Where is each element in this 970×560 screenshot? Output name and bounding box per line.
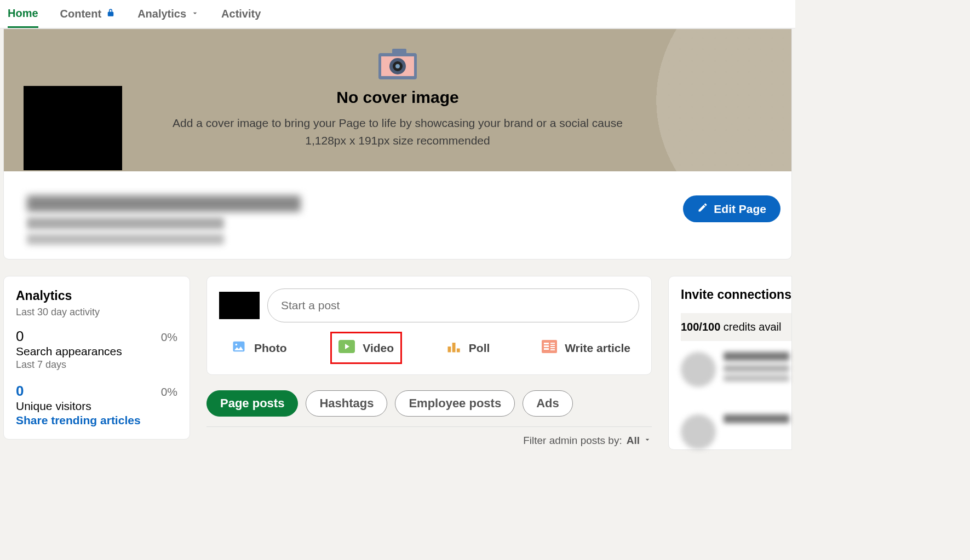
org-meta <box>27 234 224 245</box>
analytics-title: Analytics <box>16 288 177 303</box>
avatar <box>681 414 716 449</box>
edit-page-button[interactable]: Edit Page <box>683 195 780 222</box>
pencil-icon <box>697 202 708 216</box>
tab-home[interactable]: Home <box>8 0 38 28</box>
tab-analytics-label: Analytics <box>137 8 186 20</box>
poll-button[interactable]: Poll <box>441 336 495 360</box>
svg-rect-13 <box>544 343 549 344</box>
connection-item[interactable] <box>681 387 791 449</box>
connection-item[interactable] <box>681 341 791 387</box>
lock-icon <box>106 8 116 20</box>
poll-icon <box>446 339 461 357</box>
cover-desc: Add a cover image to bring your Page to … <box>173 117 623 130</box>
svg-rect-14 <box>544 345 549 347</box>
credits-text: credits avail <box>720 321 781 333</box>
filter-value: All <box>627 435 640 447</box>
cover-decoration <box>578 29 791 171</box>
org-name <box>27 195 301 212</box>
write-article-label: Write article <box>565 342 630 355</box>
compose-avatar <box>219 292 260 319</box>
pill-hashtags[interactable]: Hashtags <box>306 390 387 417</box>
video-button[interactable]: Video <box>334 336 398 360</box>
svg-rect-19 <box>550 349 555 350</box>
search-appearances-value: 0 <box>16 328 24 345</box>
poll-label: Poll <box>469 342 490 355</box>
chevron-down-icon <box>191 8 199 20</box>
svg-rect-18 <box>550 347 555 348</box>
photo-label: Photo <box>254 342 286 355</box>
cover-title: No cover image <box>336 88 458 107</box>
unique-visitors-label: Unique visitors <box>16 400 177 413</box>
start-post-input[interactable]: Start a post <box>267 288 639 322</box>
org-tagline <box>27 217 224 229</box>
filter-label: Filter admin posts by: <box>523 435 622 447</box>
video-label: Video <box>363 342 394 355</box>
camera-icon <box>376 49 420 82</box>
invite-card: Invite connections 100/100 credits avail <box>668 276 792 450</box>
share-trending-link[interactable]: Share trending articles <box>16 414 177 427</box>
svg-rect-11 <box>457 349 460 353</box>
edit-page-label: Edit Page <box>714 203 766 216</box>
svg-rect-15 <box>544 348 549 350</box>
unique-visitors-value[interactable]: 0 <box>16 383 24 400</box>
analytics-subtitle: Last 30 day activity <box>16 307 177 318</box>
svg-rect-2 <box>392 49 406 54</box>
chevron-down-icon <box>643 435 652 447</box>
search-appearances-label: Search appearances <box>16 345 177 358</box>
page-avatar[interactable] <box>24 86 122 170</box>
photo-button[interactable]: Photo <box>227 336 291 360</box>
analytics-card: Analytics Last 30 day activity 0 0% Sear… <box>3 276 190 440</box>
write-article-button[interactable]: Write article <box>537 336 635 360</box>
cover-size: 1,128px x 191px size recommended <box>305 134 490 147</box>
credits-count: 100/100 <box>681 321 720 333</box>
invite-title: Invite connections <box>681 287 791 302</box>
svg-point-7 <box>236 344 238 346</box>
avatar <box>681 352 716 387</box>
svg-rect-17 <box>550 345 555 346</box>
search-appearances-sub: Last 7 days <box>16 359 177 371</box>
tab-activity[interactable]: Activity <box>221 0 261 28</box>
tab-content-label: Content <box>60 8 102 20</box>
svg-rect-9 <box>447 347 451 353</box>
photo-icon <box>231 339 246 357</box>
feed-filter-pills: Page posts Hashtags Employee posts Ads <box>206 390 652 417</box>
tab-analytics[interactable]: Analytics <box>137 0 199 28</box>
page-header-card: No cover image Add a cover image to brin… <box>3 28 792 259</box>
pill-ads[interactable]: Ads <box>523 390 573 417</box>
top-tabs: Home Content Analytics Activity <box>0 0 795 28</box>
search-appearances-pct: 0% <box>161 331 177 344</box>
tab-content[interactable]: Content <box>60 0 116 28</box>
unique-visitors-pct: 0% <box>161 385 177 399</box>
svg-rect-10 <box>452 343 456 353</box>
filter-dropdown[interactable]: All <box>627 435 652 447</box>
video-icon <box>338 340 355 356</box>
svg-rect-16 <box>550 343 555 344</box>
article-icon <box>542 340 557 356</box>
pill-page-posts[interactable]: Page posts <box>206 390 298 417</box>
org-info <box>27 195 301 245</box>
compose-card: Start a post Photo Video <box>206 276 652 375</box>
credits-row: 100/100 credits avail <box>681 313 791 341</box>
svg-point-5 <box>395 64 400 68</box>
filter-row: Filter admin posts by: All <box>206 426 652 447</box>
pill-employee-posts[interactable]: Employee posts <box>395 390 515 417</box>
